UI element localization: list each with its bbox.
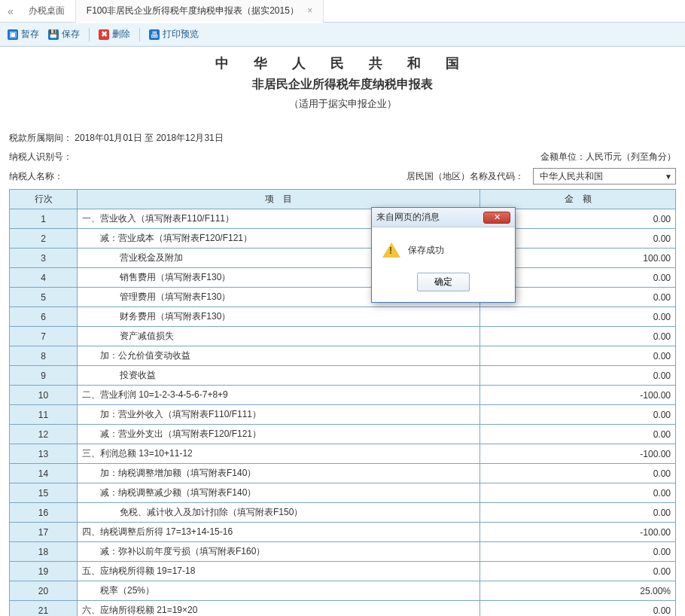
print-preview-button[interactable]: 🖶 打印预览	[149, 28, 199, 41]
warning-icon	[382, 242, 400, 258]
table-row: 1一、营业收入（填写附表F110/F111）0.00	[10, 209, 676, 229]
row-number: 20	[10, 581, 78, 601]
row-item: 减：纳税调整减少额（填写附表F140）	[78, 483, 480, 503]
row-number: 6	[10, 307, 78, 327]
table-row: 17四、纳税调整后所得 17=13+14-15-16-100.00	[10, 523, 676, 542]
taxpayer-name-label: 纳税人名称：	[9, 170, 63, 183]
page-title-form: 非居民企业所得税年度纳税申报表	[9, 77, 676, 93]
row-amount[interactable]: 0.00	[480, 562, 676, 581]
period-value: 2018年01月01日 至 2018年12月31日	[75, 133, 223, 143]
row-number: 8	[10, 346, 78, 366]
page-title-note: （适用于据实申报企业）	[9, 97, 676, 111]
save-icon: 💾	[48, 29, 59, 40]
row-amount[interactable]: 0.00	[480, 483, 676, 503]
save-button[interactable]: 💾 保存	[48, 28, 80, 41]
close-icon[interactable]: ×	[307, 5, 312, 16]
table-row: 8加：公允价值变动收益0.00	[10, 346, 676, 366]
print-icon: 🖶	[149, 29, 160, 40]
tab-tax-desktop[interactable]: 办税桌面	[18, 0, 76, 22]
row-number: 5	[10, 288, 78, 307]
table-row: 9投资收益0.00	[10, 366, 676, 386]
save-label: 保存	[62, 28, 80, 41]
row-number: 18	[10, 542, 78, 562]
row-amount[interactable]: 0.00	[480, 307, 676, 327]
row-number: 12	[10, 425, 78, 444]
table-row: 12减：营业外支出（填写附表F120/F121）0.00	[10, 425, 676, 444]
table-row: 21六、应纳所得税额 21=19×200.00	[10, 601, 676, 617]
print-preview-label: 打印预览	[163, 28, 199, 41]
row-number: 15	[10, 483, 78, 503]
table-row: 16免税、减计收入及加计扣除（填写附表F150）0.00	[10, 503, 676, 523]
table-row: 20税率（25%）25.00%	[10, 581, 676, 601]
row-item: 四、纳税调整后所得 17=13+14-15-16	[78, 523, 480, 542]
row-number: 1	[10, 209, 78, 229]
delete-button[interactable]: ✖ 删除	[99, 28, 130, 41]
delete-label: 删除	[112, 28, 130, 41]
table-row: 7资产减值损失0.00	[10, 327, 676, 346]
row-item: 税率（25%）	[78, 581, 480, 601]
row-item: 免税、减计收入及加计扣除（填写附表F150）	[78, 503, 480, 523]
row-amount[interactable]: -100.00	[480, 386, 676, 405]
row-item: 加：公允价值变动收益	[78, 346, 480, 366]
period-label: 税款所属期间：	[9, 133, 72, 143]
row-amount[interactable]: 0.00	[480, 601, 676, 617]
row-number: 7	[10, 327, 78, 346]
row-number: 2	[10, 229, 78, 249]
row-amount[interactable]: 0.00	[480, 542, 676, 562]
dialog-ok-button[interactable]: 确定	[417, 273, 470, 291]
resident-country-select[interactable]: 中华人民共和国 ▼	[533, 168, 676, 184]
row-item: 减：弥补以前年度亏损（填写附表F160）	[78, 542, 480, 562]
form-page: 中 华 人 民 共 和 国 非居民企业所得税年度纳税申报表 （适用于据实申报企业…	[0, 47, 685, 616]
temp-save-icon: ▣	[8, 29, 18, 40]
row-item: 加：营业外收入（填写附表F110/F111）	[78, 405, 480, 425]
temp-save-button[interactable]: ▣ 暂存	[8, 28, 39, 41]
table-row: 13三、利润总额 13=10+11-12-100.00	[10, 444, 676, 464]
table-row: 3营业税金及附加100.00	[10, 249, 676, 268]
row-number: 19	[10, 562, 78, 581]
row-amount[interactable]: -100.00	[480, 444, 676, 464]
row-number: 17	[10, 523, 78, 542]
table-row: 5管理费用（填写附表F130）0.00	[10, 288, 676, 307]
row-amount[interactable]: 0.00	[480, 327, 676, 346]
row-item: 减：营业外支出（填写附表F120/F121）	[78, 425, 480, 444]
col-rownum: 行次	[10, 190, 78, 209]
table-row: 10二、营业利润 10=1-2-3-4-5-6-7+8+9-100.00	[10, 386, 676, 405]
dialog-title-text: 来自网页的消息	[376, 211, 440, 224]
dialog-close-button[interactable]: ✕	[483, 212, 510, 224]
row-amount[interactable]: 0.00	[480, 366, 676, 386]
row-item: 资产减值损失	[78, 327, 480, 346]
tabs-prev-button[interactable]: «	[3, 5, 18, 17]
period-row: 税款所属期间： 2018年01月01日 至 2018年12月31日	[9, 132, 676, 145]
table-row: 18减：弥补以前年度亏损（填写附表F160）0.00	[10, 542, 676, 562]
row-number: 9	[10, 366, 78, 386]
row-number: 4	[10, 268, 78, 288]
row-number: 14	[10, 464, 78, 483]
row-amount[interactable]: 0.00	[480, 503, 676, 523]
temp-save-label: 暂存	[21, 28, 39, 41]
row-amount[interactable]: -100.00	[480, 523, 676, 542]
row-item: 加：纳税调整增加额（填写附表F140）	[78, 464, 480, 483]
row-amount[interactable]: 0.00	[480, 425, 676, 444]
toolbar-divider	[89, 28, 90, 41]
row-item: 财务费用（填写附表F130）	[78, 307, 480, 327]
table-row: 15减：纳税调整减少额（填写附表F140）0.00	[10, 483, 676, 503]
toolbar: ▣ 暂存 💾 保存 ✖ 删除 🖶 打印预览	[0, 23, 685, 47]
tab-label: F100非居民企业所得税年度纳税申报表（据实2015）	[87, 5, 299, 16]
chevron-down-icon: ▼	[665, 172, 672, 181]
tax-form-table: 行次 项 目 金 额 1一、营业收入（填写附表F110/F111）0.002减：…	[9, 189, 676, 616]
table-row: 6财务费用（填写附表F130）0.00	[10, 307, 676, 327]
dialog-titlebar: 来自网页的消息 ✕	[372, 208, 515, 227]
table-row: 19五、应纳税所得额 19=17-180.00	[10, 562, 676, 581]
table-row: 11加：营业外收入（填写附表F110/F111）0.00	[10, 405, 676, 425]
tab-f100-form[interactable]: F100非居民企业所得税年度纳税申报表（据实2015） ×	[76, 0, 324, 23]
col-amount: 金 额	[480, 190, 676, 209]
row-amount[interactable]: 0.00	[480, 346, 676, 366]
delete-icon: ✖	[99, 29, 109, 40]
currency-unit-label: 金额单位：人民币元（列至角分）	[540, 151, 676, 163]
row-amount[interactable]: 25.00%	[480, 581, 676, 601]
message-dialog: 来自网页的消息 ✕ 保存成功 确定	[371, 207, 516, 303]
row-amount[interactable]: 0.00	[480, 405, 676, 425]
resident-country-value: 中华人民共和国	[540, 170, 603, 183]
row-item: 六、应纳所得税额 21=19×20	[78, 601, 480, 617]
row-amount[interactable]: 0.00	[480, 464, 676, 483]
